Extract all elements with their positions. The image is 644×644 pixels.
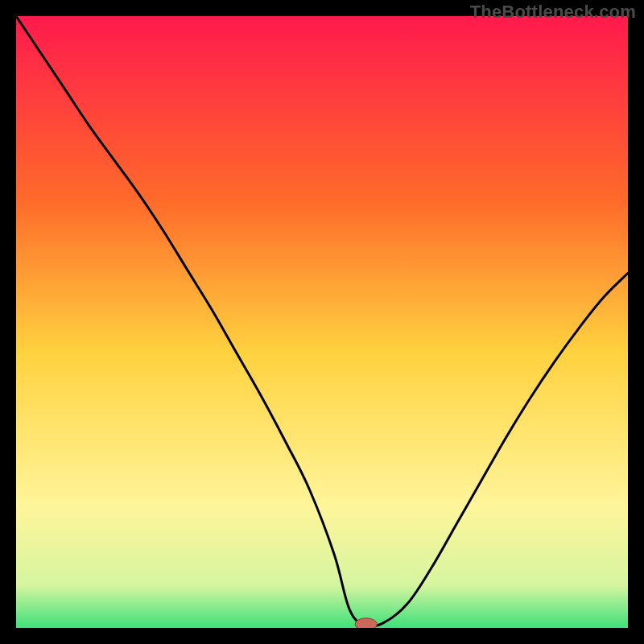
plot-area <box>16 16 628 628</box>
bottleneck-chart <box>16 16 628 628</box>
optimal-point-marker <box>355 618 377 628</box>
chart-frame: TheBottleneck.com <box>0 0 644 644</box>
watermark-text: TheBottleneck.com <box>470 2 636 23</box>
gradient-background <box>16 16 628 628</box>
